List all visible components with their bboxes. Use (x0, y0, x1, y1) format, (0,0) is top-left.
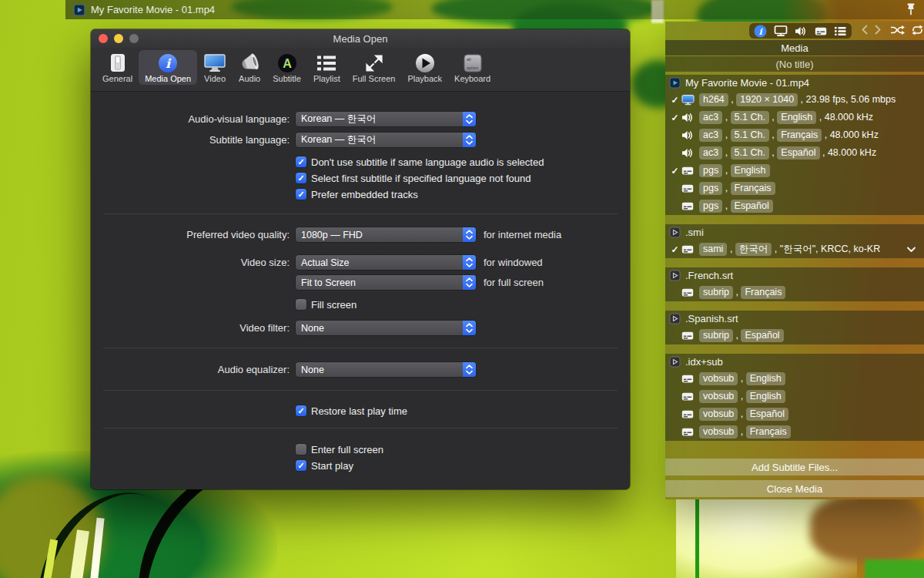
toolbar-tab-media-open[interactable]: i Media Open (139, 50, 197, 85)
toolbar-tab-keyboard[interactable]: altoption Keyboard (448, 50, 497, 85)
track-badge: English (746, 390, 785, 403)
video-size-windowed-select[interactable]: Actual Size (296, 255, 476, 270)
play-circle-icon (415, 52, 435, 73)
track-badge: 5.1 Ch. (731, 146, 769, 160)
shuffle-button[interactable] (890, 25, 905, 38)
next-media-button[interactable] (875, 25, 881, 37)
preferred-video-quality-select[interactable]: 1080p — FHD (296, 227, 476, 242)
subtitle-language-select[interactable]: Korean — 한국어 (296, 133, 476, 147)
start-play-checkbox[interactable]: ✓ (296, 460, 306, 471)
svg-text:option: option (467, 65, 478, 69)
track-row[interactable]: vobsub , Español (665, 405, 924, 423)
track-row[interactable]: vobsub , Français (665, 423, 924, 441)
media-file-header[interactable]: .French.srt (665, 267, 924, 284)
track-row[interactable]: subrip , Español (665, 327, 924, 344)
close-button[interactable] (99, 34, 108, 43)
preferences-toolbar: General i Media Open Video Audio A Subti… (91, 48, 630, 92)
track-description: subrip , Español (699, 329, 784, 342)
toolbar-tab-general[interactable]: General (96, 50, 139, 85)
select-first-subtitle-checkbox[interactable]: ✓ (296, 173, 306, 183)
media-file-name: My Favorite Movie - 01.mp4 (685, 77, 809, 89)
separator (103, 213, 618, 214)
sub-file-icon (669, 313, 681, 324)
toolbar-tab-playlist[interactable]: Playlist (307, 50, 346, 85)
subtitle-tab-icon[interactable] (813, 23, 828, 39)
svg-text:alt: alt (467, 56, 471, 61)
subtitle-track-icon (681, 200, 695, 212)
audio-tab-icon[interactable] (793, 23, 808, 39)
video-size-fullscreen-select[interactable]: Fit to Screen (296, 275, 476, 290)
media-file-header[interactable]: .idx+sub (665, 354, 924, 370)
select-stepper-icon (463, 133, 476, 147)
chevron-down-icon[interactable] (906, 247, 916, 253)
track-row[interactable]: ac3 , 5.1 Ch. , Français , 48.000 kHz (665, 126, 924, 144)
previous-media-button[interactable] (862, 25, 868, 37)
track-badge: vobsub (699, 390, 738, 403)
track-row[interactable]: pgs , Français (665, 180, 924, 197)
display-track-icon (681, 94, 695, 106)
playlist-icon (316, 52, 337, 73)
panel-title: Media (665, 40, 924, 55)
select-stepper-icon (463, 112, 476, 126)
audio-visual-language-select[interactable]: Korean — 한국어 (296, 112, 476, 126)
panel-toolbar: i (665, 22, 924, 40)
pin-icon[interactable] (905, 2, 919, 18)
track-description: vobsub , English (699, 390, 785, 403)
repeat-button[interactable] (911, 25, 924, 38)
dialog-titlebar: Media Open (91, 29, 630, 48)
monitor-icon (203, 52, 226, 73)
track-row[interactable]: vobsub , English (665, 370, 924, 388)
audio-equalizer-select[interactable]: None (296, 362, 476, 377)
media-file-header[interactable]: My Favorite Movie - 01.mp4 (665, 75, 924, 91)
toolbar-tab-subtitle[interactable]: A Subtitle (266, 50, 307, 85)
track-row[interactable]: ac3 , 5.1 Ch. , Español , 48.000 kHz (665, 144, 924, 162)
track-badge: Español (741, 329, 783, 342)
track-badge: Français (741, 286, 785, 299)
speaker-track-icon (681, 147, 695, 159)
add-subtitle-files-button[interactable]: Add Subtitle Files... (665, 459, 924, 476)
enter-full-screen-checkbox[interactable]: ✓ (296, 444, 306, 455)
track-row[interactable]: ✓sami , 한국어 , "한국어", KRCC, ko-KR (665, 240, 924, 258)
restore-last-play-time-checkbox[interactable]: ✓ (296, 405, 306, 416)
track-badge: Français (746, 425, 791, 439)
playlist-tab-icon[interactable] (833, 23, 848, 39)
close-media-button[interactable]: Close Media (665, 480, 924, 497)
dont-use-subtitle-checkbox[interactable]: ✓ (296, 156, 306, 167)
track-badge: English (777, 111, 816, 124)
toolbar-tab-playback[interactable]: Playback (401, 50, 448, 85)
track-row[interactable]: ✓ac3 , 5.1 Ch. , English , 48.000 kHz (665, 109, 924, 126)
track-description: sami , 한국어 , "한국어", KRCC, ko-KR (699, 243, 880, 256)
toolbar-tab-video[interactable]: Video (197, 50, 233, 85)
track-badge: 한국어 (735, 243, 772, 256)
separator (103, 348, 618, 348)
track-selected-checkmark: ✓ (669, 95, 681, 106)
media-group: .idx+subvobsub , Englishvobsub , English… (665, 354, 924, 441)
toolbar-tab-audio[interactable]: Audio (233, 50, 266, 85)
select-stepper-icon (463, 362, 476, 377)
display-tab-icon[interactable] (773, 23, 788, 39)
track-row[interactable]: vobsub , English (665, 388, 924, 405)
video-filter-select[interactable]: None (296, 321, 476, 335)
track-description: vobsub , English (699, 372, 785, 385)
subtitle-track-icon (681, 426, 695, 438)
media-file-header[interactable]: .Spanish.srt (665, 311, 924, 327)
info-tab-icon[interactable]: i (753, 23, 768, 39)
fill-screen-checkbox[interactable]: ✓ (296, 299, 306, 310)
prefer-embedded-tracks-checkbox[interactable]: ✓ (296, 189, 306, 200)
track-description: ac3 , 5.1 Ch. , Français , 48.000 kHz (699, 129, 879, 142)
track-badge: subrip (699, 286, 733, 299)
movie-file-icon (73, 4, 85, 16)
track-row[interactable]: subrip , Français (665, 284, 924, 301)
track-row[interactable]: ✓h264 , 1920 × 1040 , 23.98 fps, 5.06 mb… (665, 91, 924, 109)
field-label: Audio-visual language: (91, 113, 296, 125)
track-row[interactable]: ✓pgs , English (665, 162, 924, 180)
track-badge: Français (731, 182, 775, 195)
toolbar-tab-full-screen[interactable]: Full Screen (346, 50, 402, 85)
media-file-header[interactable]: .smi (665, 224, 924, 240)
subtitle-track-icon (681, 287, 695, 298)
sub-file-icon (669, 227, 681, 238)
minimize-button[interactable] (114, 34, 123, 43)
track-row[interactable]: pgs , Español (665, 197, 924, 215)
sub-file-icon (669, 356, 681, 368)
separator (103, 428, 618, 428)
